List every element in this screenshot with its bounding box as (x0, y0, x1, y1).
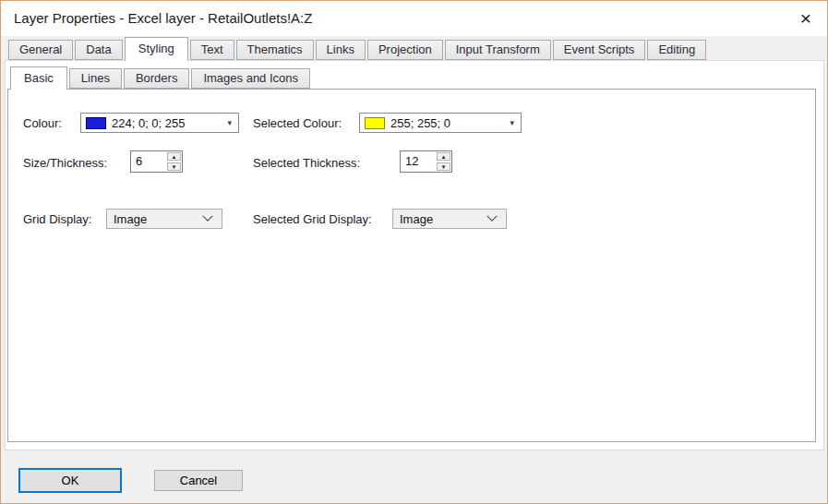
subtab-borders[interactable]: Borders (124, 68, 190, 89)
ok-button[interactable]: OK (18, 468, 122, 493)
size-thickness-spin-up-button[interactable]: ▲ (167, 152, 181, 161)
colour-swatch-icon (86, 117, 106, 129)
tab-links[interactable]: Links (316, 40, 366, 60)
tab-editing[interactable]: Editing (647, 40, 706, 60)
selected-colour-value: 255; 255; 0 (390, 116, 450, 130)
tab-data[interactable]: Data (75, 40, 122, 60)
chevron-down-icon (486, 211, 497, 222)
close-icon: × (800, 7, 811, 30)
title-bar: Layer Properties - Excel layer - RetailO… (1, 1, 827, 36)
size-thickness-input[interactable]: 6 ▲ ▼ (130, 150, 183, 173)
layer-properties-dialog: Layer Properties - Excel layer - RetailO… (0, 0, 828, 504)
spin-up-icon: ▲ (441, 154, 447, 160)
tab-input-transform[interactable]: Input Transform (445, 40, 551, 60)
size-thickness-value: 6 (131, 151, 166, 172)
grid-display-select[interactable]: Image (106, 209, 222, 229)
main-tab-strip: General Data Styling Text Thematics Link… (8, 36, 706, 60)
colour-value: 224; 0; 0; 255 (112, 116, 186, 130)
tab-general[interactable]: General (8, 40, 73, 60)
selected-thickness-label: Selected Thickness: (253, 156, 360, 170)
selected-thickness-spin-up-button[interactable]: ▲ (437, 152, 450, 161)
selected-thickness-input[interactable]: 12 ▲ ▼ (400, 150, 452, 173)
cancel-button[interactable]: Cancel (154, 470, 243, 491)
tab-styling[interactable]: Styling (125, 37, 188, 61)
colour-combobox[interactable]: 224; 0; 0; 255 ▾ (80, 113, 239, 133)
colour-label: Colour: (23, 116, 62, 130)
selected-grid-display-value: Image (400, 212, 433, 226)
tab-projection[interactable]: Projection (367, 40, 443, 60)
selected-thickness-spin-down-button[interactable]: ▼ (437, 162, 450, 171)
size-thickness-label: Size/Thickness: (23, 156, 107, 170)
grid-display-label: Grid Display: (23, 212, 91, 226)
selected-thickness-value: 12 (401, 151, 436, 172)
tab-thematics[interactable]: Thematics (236, 40, 314, 60)
dropdown-arrow-icon: ▾ (510, 118, 514, 127)
selected-colour-label: Selected Colour: (253, 116, 342, 130)
size-thickness-spin-down-button[interactable]: ▼ (167, 162, 181, 171)
spin-down-icon: ▼ (441, 164, 447, 170)
close-button[interactable]: × (785, 1, 827, 36)
subtab-basic[interactable]: Basic (10, 66, 67, 90)
dropdown-arrow-icon: ▾ (227, 118, 232, 127)
selected-thickness-spin-buttons: ▲ ▼ (436, 151, 451, 172)
window-title: Layer Properties - Excel layer - RetailO… (14, 1, 312, 36)
tab-text[interactable]: Text (190, 40, 234, 60)
size-thickness-spin-buttons: ▲ ▼ (166, 151, 182, 172)
spin-up-icon: ▲ (172, 154, 177, 160)
selected-colour-combobox[interactable]: 255; 255; 0 ▾ (359, 113, 522, 133)
basic-sub-tab-page (7, 89, 816, 442)
subtab-images-and-icons[interactable]: Images and Icons (191, 68, 310, 89)
grid-display-value: Image (114, 212, 147, 226)
spin-down-icon: ▼ (172, 164, 177, 170)
selected-colour-swatch-icon (365, 117, 385, 129)
selected-grid-display-label: Selected Grid Display: (253, 212, 372, 226)
chevron-down-icon (202, 211, 212, 222)
selected-grid-display-select[interactable]: Image (392, 209, 507, 229)
styling-sub-tab-strip: Basic Lines Borders Images and Icons (10, 66, 310, 89)
tab-event-scripts[interactable]: Event Scripts (553, 40, 646, 60)
subtab-lines[interactable]: Lines (69, 68, 122, 89)
